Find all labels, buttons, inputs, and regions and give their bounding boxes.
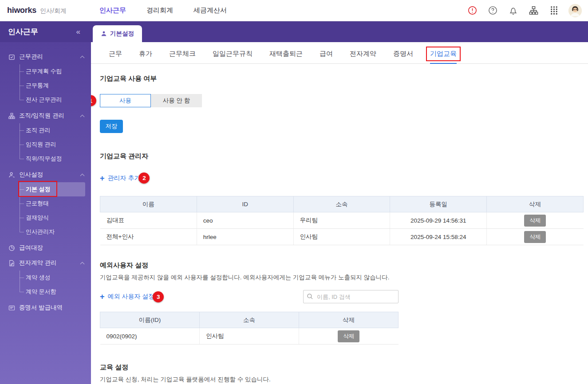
top-icons [466,4,582,17]
user-avatar[interactable] [568,4,582,17]
help-icon[interactable] [487,5,498,16]
sidebar-item-employee-management[interactable]: 임직원 관리 [20,137,85,152]
sidebar-item-econtract-management[interactable]: 전자계약 관리 [0,255,91,270]
tab-label: 기업교육 [430,50,457,57]
education-section-title: 교육 설정 [100,363,588,372]
certificate-icon [8,304,15,311]
usage-section-title: 기업교육 사용 여부 [100,64,588,83]
sidebar-item-work-type[interactable]: 근로형태 [20,196,85,211]
annotation-badge-3: 3 [153,291,164,302]
org-chart-icon[interactable] [528,5,539,16]
sidebar-item-label: 급여대장 [19,244,84,252]
chevron-up-icon [80,114,85,119]
sidebar-item-position-duty[interactable]: 직위/직무설정 [20,152,85,166]
module-title: 인사근무 [8,27,38,37]
annotation-badge-2: 2 [138,172,150,184]
add-admin-label: 관리자 추가 [108,174,141,182]
save-button[interactable]: 저장 [100,120,123,133]
pie-chart-icon [8,244,15,251]
add-admin-link[interactable]: + 관리자 추가 [100,174,140,182]
sidebar-item-label: 근무계획 수립 [26,68,62,74]
delete-button[interactable]: 삭제 [524,215,546,227]
sidebar-item-label: 임직원 관리 [26,141,56,148]
nav-tax-invoice[interactable]: 세금계산서 [193,6,227,15]
add-exception-user-link[interactable]: + 예외 사용자 설정 [100,293,154,301]
sidebar-item-label: 인사관리자 [26,228,55,235]
tab-econtract[interactable]: 전자계약 [350,50,376,63]
tab-certificate[interactable]: 증명서 [393,50,413,63]
sidebar-item-label: 계약 생성 [26,274,51,281]
annotation-badge-1: 1 [91,95,96,106]
sidebar-item-basic-settings[interactable]: 기본 설정 [20,182,85,196]
sidebar-item-contract-docs[interactable]: 계약 문서함 [20,285,85,299]
exceptions-table-header-row: 이름(ID) 소속 삭제 [100,312,399,328]
usage-toggle: 1 사용 사용 안 함 [100,94,202,107]
delete-button[interactable]: 삭제 [338,330,359,342]
person-icon [101,31,107,37]
sidebar-item-work-management[interactable]: 근무관리 [0,49,91,64]
tab-daily-work-rules[interactable]: 일일근무규칙 [213,50,253,63]
sidebar-item-payroll-ledger[interactable]: 급여대장 [0,240,91,255]
col-name: 이름 [100,196,197,212]
notifications-icon[interactable] [507,5,519,16]
nav-hr-work[interactable]: 인사근무 [99,6,126,15]
admins-section-title: 기업교육 관리자 [100,152,588,161]
sidebar-item-company-work[interactable]: 전사 근무관리 [20,93,85,107]
table-row: 김대표 ceo 우리팀 2025-09-29 14:56:31 삭제 [100,212,584,229]
sidebar-item-certificate-history[interactable]: 증명서 발급내역 [0,300,91,315]
usage-off-button[interactable]: 사용 안 함 [151,94,202,107]
main-content: 근무 휴가 근무체크 일일근무규칙 재택출퇴근 급여 전자계약 증명서 기업교육… [91,42,588,384]
sidebar-item-work-stats[interactable]: 근무통계 [20,78,85,93]
sidebar-item-work-plan[interactable]: 근무계획 수립 [20,64,85,78]
col-delete: 삭제 [299,312,399,328]
sidebar-item-create-contract[interactable]: 계약 생성 [20,270,85,285]
sidebar-item-hr-admin[interactable]: 인사관리자 [20,225,85,239]
tab-remote-work[interactable]: 재택출퇴근 [269,50,303,63]
add-exception-label: 예외 사용자 설정 [108,293,155,301]
calendar-check-icon [8,53,15,60]
sidebar-item-label: 계약 문서함 [26,288,56,295]
cell-registered: 2025-09-24 15:58:24 [390,229,487,245]
table-row: 0902(0902) 인사팀 삭제 [100,328,399,345]
sidebar-collapse-icon[interactable]: « [76,27,80,36]
settings-tabs: 근무 휴가 근무체크 일일근무규칙 재택출퇴근 급여 전자계약 증명서 기업교육 [91,42,588,64]
cell-team: 우리팀 [293,212,390,229]
tab-vacation[interactable]: 휴가 [139,50,152,63]
col-team: 소속 [200,312,299,328]
cell-team: 인사팀 [200,328,299,345]
sidebar-item-org-management[interactable]: 조직 관리 [20,123,85,137]
delete-button[interactable]: 삭제 [524,231,546,243]
nav-accounting[interactable]: 경리회계 [146,6,173,15]
sidebar-item-label: 증명서 발급내역 [19,304,84,312]
sidebar-item-label: 직위/직무설정 [26,155,62,162]
table-row: 전체+인사 hrlee 인사팀 2025-09-24 15:58:24 삭제 [100,229,584,245]
chevron-up-icon [80,55,85,60]
tab-corporate-education[interactable]: 기업교육 [430,50,457,64]
tab-basic-settings-page[interactable]: 기본설정 [93,25,142,42]
sidebar: 근무관리 근무계획 수립 근무통계 전사 근무관리 조직/임직원 관리 조직 관… [0,42,91,384]
exceptions-section-title: 예외사용자 설정 [100,261,588,270]
hiworks-logo[interactable]: hiworks [7,6,36,15]
cell-id: ceo [197,212,293,229]
usage-on-button[interactable]: 사용 [100,94,151,107]
cell-id: hrlee [197,229,293,245]
alert-icon[interactable] [466,5,478,16]
sidebar-item-hr-settings[interactable]: 인사설정 [0,167,91,182]
sidebar-item-approval-form[interactable]: 결재양식 [20,211,85,225]
sidebar-header: 인사근무 « [0,21,91,42]
sidebar-item-label: 결재양식 [26,214,49,221]
apps-grid-icon[interactable] [548,5,560,16]
exceptions-table: 이름(ID) 소속 삭제 0902(0902) 인사팀 삭제 [100,312,399,345]
cell-team: 인사팀 [293,229,390,245]
tab-work[interactable]: 근무 [109,50,122,63]
sidebar-item-org-employee-management[interactable]: 조직/임직원 관리 [0,108,91,123]
education-description: 기업교육 신청, 처리는 기업교육 플랫폼에서 진행할 수 있습니다. [100,376,588,384]
tab-work-check[interactable]: 근무체크 [169,50,196,63]
cell-registered: 2025-09-29 14:56:31 [390,212,487,229]
plus-icon: + [100,174,105,182]
exceptions-description: 기업교육을 제공하지 않을 예외 사용자를 설정합니다. 예외사용자에게는 기업… [100,274,588,282]
tab-payroll[interactable]: 급여 [320,50,333,63]
page-tab-label: 기본설정 [110,30,134,38]
search-input[interactable] [303,290,399,303]
col-id: ID [197,196,293,212]
